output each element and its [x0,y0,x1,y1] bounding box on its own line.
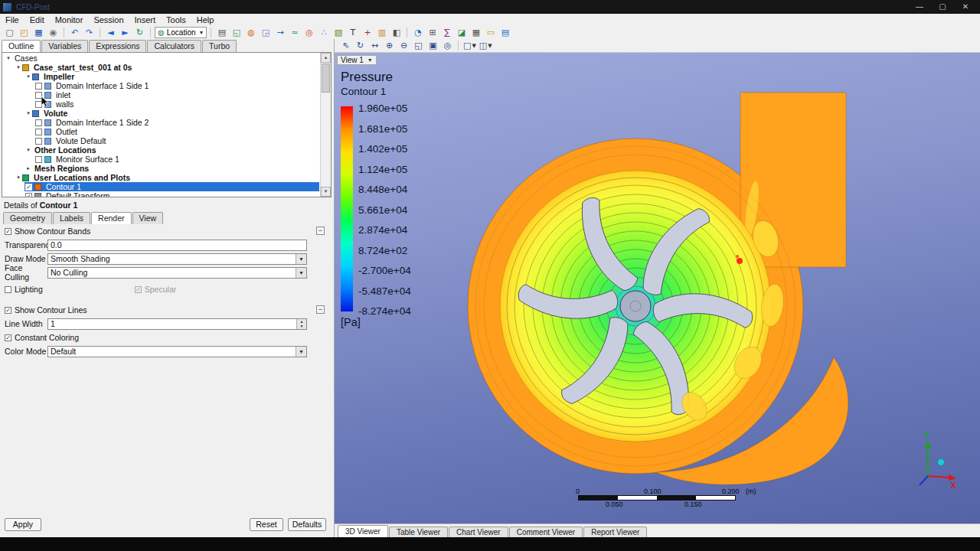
close-button[interactable]: ✕ [954,0,977,14]
viewer-canvas[interactable]: Pressure Contour 1 1.960e+051.681e+051.4… [335,53,980,523]
detail-tab-geometry[interactable]: Geometry [3,212,52,224]
checkbox[interactable] [35,119,42,126]
minimize-button[interactable]: — [908,0,931,14]
snapshot-icon[interactable]: ◉ [47,26,60,38]
collapse-arrow-icon[interactable]: ▾ [24,110,32,116]
select-icon[interactable]: ⇖ [339,40,352,51]
tab-calculators[interactable]: Calculators [147,40,201,52]
menu-monitor[interactable]: Monitor [50,15,89,24]
reset-button[interactable]: Reset [250,518,283,531]
stepper-arrows[interactable]: ▲▼ [296,319,306,329]
tree-item-domain-interface-1-side-2[interactable]: Domain Interface 1 Side 2 [2,118,319,127]
tree-item-impeller[interactable]: ▾Impeller [2,72,319,81]
zoom-box-icon[interactable]: ◱ [412,40,425,51]
play-forward-icon[interactable]: ► [119,26,132,38]
lighting-checkbox[interactable] [5,286,11,293]
tab-3d-viewer[interactable]: 3D Viewer [338,525,388,537]
menu-edit[interactable]: Edit [24,15,50,24]
scroll-up-icon[interactable]: ▲ [321,53,331,63]
tab-outline[interactable]: Outline [2,40,41,52]
function-calculator-icon[interactable]: ∑ [440,26,453,38]
tree-item-mesh-regions[interactable]: ▸Mesh Regions [2,164,319,173]
collapse-arrow-icon[interactable]: ▾ [15,64,22,70]
plane-icon[interactable]: ◱ [230,26,243,38]
contour-icon[interactable]: ◎ [302,26,315,38]
calculator-icon[interactable]: ⊞ [426,26,439,38]
undo-icon[interactable]: ↶ [68,26,81,38]
pan-icon[interactable]: ↔ [368,40,381,51]
timestep-selector-icon[interactable]: ◔ [411,26,424,38]
rotate-icon[interactable]: ↻ [354,40,367,51]
maximize-button[interactable]: ▢ [931,0,954,14]
tree-item-monitor-surface-1[interactable]: Monitor Surface 1 [2,155,319,164]
specular-checkbox[interactable]: ✓ [135,286,142,293]
tab-comment-viewer[interactable]: Comment Viewer [509,527,583,537]
open-file-icon[interactable]: ◰ [18,26,31,38]
expand-arrow-icon[interactable]: ▸ [24,165,32,171]
new-file-icon[interactable]: ▢ [3,26,16,38]
face-culling-select[interactable]: No Culling ▼ [47,267,307,279]
tree-item-volute[interactable]: ▾Volute [2,109,319,118]
menu-file[interactable]: File [0,15,24,24]
show-contour-lines-checkbox[interactable]: ✓ [5,307,11,314]
save-icon[interactable]: ▦ [32,26,45,38]
tab-turbo[interactable]: Turbo [202,40,237,52]
location-selector[interactable]: ◍Location▼ [155,27,207,38]
tree-item-domain-interface-1-side-1[interactable]: Domain Interface 1 Side 1 [2,81,319,90]
coord-frame-icon[interactable]: + [361,26,374,38]
wireframe-icon[interactable]: ▤ [215,26,228,38]
menu-session[interactable]: Session [88,15,129,24]
checkbox[interactable] [35,129,42,135]
collapse-arrow-icon[interactable]: ▾ [15,174,22,181]
collapse-section-icon[interactable]: − [316,305,325,314]
tree-item-case-start-test-001-at-0s[interactable]: ▾Case_start_test_001 at 0s [2,63,319,72]
split-view-dropdown[interactable]: ◫▼ [479,40,493,51]
line-width-stepper[interactable]: 1 ▲▼ [47,318,307,330]
collapse-arrow-icon[interactable]: ▾ [24,147,32,153]
tree-scrollbar[interactable]: ▲ ▼ [320,53,331,197]
view-selector[interactable]: View 1 ▼ [337,55,377,65]
draw-mode-select[interactable]: Smooth Shading ▼ [47,253,307,265]
collapse-arrow-icon[interactable]: ▾ [5,55,12,61]
text-icon[interactable]: T [346,26,359,38]
menu-insert[interactable]: Insert [129,15,162,24]
particle-track-icon[interactable]: ∴ [317,26,330,38]
color-mode-select[interactable]: Default ▼ [47,346,307,357]
checkbox[interactable] [35,156,42,163]
checkbox[interactable]: ✓ [25,193,32,198]
collapse-section-icon[interactable]: − [316,227,325,235]
detail-tab-view[interactable]: View [132,212,164,224]
checkbox[interactable] [35,83,42,90]
checkbox[interactable]: ✓ [25,184,32,191]
tree-item-contour-1[interactable]: ✓Contour 1 [2,182,319,191]
play-backward-icon[interactable]: ◄ [104,26,117,38]
projection-dropdown[interactable]: □▼ [462,40,477,51]
tab-table-viewer[interactable]: Table Viewer [389,527,448,537]
stepper-down-icon[interactable]: ▼ [297,324,306,329]
tab-report-viewer[interactable]: Report Viewer [583,527,647,537]
tree-item-cases[interactable]: ▾Cases [2,54,319,63]
tree-item-user-locations-and-plots[interactable]: ▾User Locations and Plots [2,173,319,182]
transparency-input[interactable]: 0.0 [47,240,307,251]
checkbox[interactable] [35,138,42,145]
menu-help[interactable]: Help [191,15,220,24]
scroll-down-icon[interactable]: ▼ [321,187,331,197]
tree-item-outlet[interactable]: Outlet [2,127,319,136]
report-icon[interactable]: ▤ [498,26,511,38]
tree-item-default-transform[interactable]: ✓Default Transform [2,191,319,197]
volume-rendering-icon[interactable]: ▧ [332,26,345,38]
slice-icon[interactable]: ◲ [259,26,272,38]
vector-icon[interactable]: → [273,26,286,38]
streamline-icon[interactable]: ≈ [288,26,301,38]
comment-icon[interactable]: ▭ [484,26,497,38]
isosurface-icon[interactable]: ◍ [244,26,257,38]
center-rotation-icon[interactable]: ◎ [441,40,454,51]
defaults-button[interactable]: Defaults [288,518,326,531]
show-contour-bands-checkbox[interactable]: ✓ [5,228,11,235]
refresh-icon[interactable]: ↻ [133,26,146,38]
tab-expressions[interactable]: Expressions [89,40,146,52]
collapse-arrow-icon[interactable]: ▾ [24,73,32,80]
fit-view-icon[interactable]: ▣ [426,40,439,51]
scrollbar-thumb[interactable] [322,64,330,93]
tree-item-volute-default[interactable]: Volute Default [2,136,319,145]
